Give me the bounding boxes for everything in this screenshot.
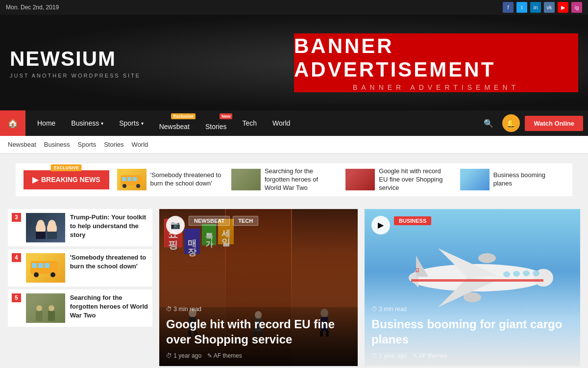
article-thumb-3 bbox=[26, 213, 65, 242]
nav-right-controls: 🔍 🔔 Watch Online bbox=[480, 114, 588, 132]
vk-icon[interactable]: vk bbox=[544, 2, 555, 13]
svg-rect-44 bbox=[411, 279, 543, 282]
twitter-icon[interactable]: t bbox=[516, 2, 527, 13]
tag-business: BUSINESS bbox=[394, 216, 431, 225]
article-list-item-3[interactable]: 3 Trump-Putin: Your toolkit to help unde… bbox=[8, 209, 152, 246]
svg-point-17 bbox=[50, 272, 55, 277]
breaking-news-text-3: Google hit with record EU fine over Shop… bbox=[379, 167, 450, 192]
youtube-icon[interactable]: ▶ bbox=[558, 2, 568, 13]
nav-item-business[interactable]: Business ▾ bbox=[64, 110, 110, 136]
tag-newsbeat: NEWSBEAT bbox=[189, 216, 230, 226]
header-banner: NEWSIUM JUST ANOTHER WORDPRESS SITE BANN… bbox=[0, 15, 588, 110]
nav-item-home[interactable]: Home bbox=[30, 110, 62, 136]
breaking-news-text-1: 'Somebody threatened to burn the school … bbox=[150, 171, 221, 188]
right-article-content: ⏱ 3 min read Business booming for giant … bbox=[365, 299, 580, 366]
svg-text:고: 고 bbox=[415, 267, 419, 273]
home-button[interactable]: 🏠 bbox=[0, 110, 25, 136]
article-thumb-5 bbox=[26, 293, 65, 323]
article-number-5: 5 bbox=[12, 293, 21, 302]
center-meta-author: ✎ AF themes bbox=[207, 352, 242, 359]
site-tagline: JUST ANOTHER WORDPRESS SITE bbox=[10, 73, 141, 79]
breadcrumb-newsbeat[interactable]: Newsbeat bbox=[8, 141, 36, 148]
stories-badge: New bbox=[220, 113, 233, 119]
breaking-thumb-4 bbox=[460, 169, 490, 190]
date-label: Mon. Dec 2nd, 2019 bbox=[6, 4, 59, 11]
right-article-tags: BUSINESS bbox=[394, 216, 431, 225]
article-thumb-4 bbox=[26, 253, 65, 283]
linkedin-icon[interactable]: in bbox=[530, 2, 541, 13]
right-article-title: Business booming for giant cargo planes bbox=[371, 316, 573, 347]
banner-ad-title: BANNER ADVERTISEMENT bbox=[294, 34, 578, 81]
svg-point-41 bbox=[513, 271, 520, 277]
breaking-news-bar: EXCLUSIVE ▶ BREAKING NEWS 'Somebody thre… bbox=[16, 163, 572, 196]
social-icons: f t in vk ▶ ig bbox=[503, 2, 582, 13]
breadcrumb-world[interactable]: World bbox=[132, 141, 148, 148]
facebook-icon[interactable]: f bbox=[503, 2, 514, 13]
svg-point-42 bbox=[523, 270, 530, 276]
right-meta-author: ✎ AF themes bbox=[413, 352, 447, 359]
breadcrumb-business[interactable]: Business bbox=[44, 141, 70, 148]
svg-rect-1 bbox=[122, 177, 126, 181]
banner-ad-subtitle: BANNER ADVERTISEMENT bbox=[353, 83, 519, 91]
breaking-thumb-3 bbox=[345, 169, 375, 190]
article-text-5: Searching for the forgotten heroes of Wo… bbox=[70, 293, 148, 320]
nav-item-tech[interactable]: Tech bbox=[235, 110, 264, 136]
notification-bell-button[interactable]: 🔔 bbox=[502, 114, 520, 132]
center-meta-time: ⏱ 1 year ago bbox=[166, 352, 201, 359]
breaking-news-item-1[interactable]: 'Somebody threatened to burn the school … bbox=[117, 167, 221, 192]
main-content: 3 Trump-Putin: Your toolkit to help unde… bbox=[0, 204, 588, 368]
svg-rect-19 bbox=[36, 311, 43, 321]
breaking-news-item-3[interactable]: Google hit with record EU fine over Shop… bbox=[345, 167, 450, 192]
breaking-news-item-4[interactable]: Business booming planes bbox=[460, 167, 564, 192]
breaking-thumb-1 bbox=[117, 169, 147, 190]
center-read-time: ⏱ 3 min read bbox=[166, 306, 351, 313]
svg-point-43 bbox=[533, 270, 539, 276]
nav-item-stories[interactable]: New Stories bbox=[198, 110, 234, 136]
instagram-icon[interactable]: ig bbox=[571, 2, 582, 13]
center-article-content: ⏱ 3 min read Google hit with record EU f… bbox=[159, 299, 358, 366]
svg-point-18 bbox=[36, 305, 42, 311]
breadcrumb-stories[interactable]: Stories bbox=[104, 141, 123, 148]
svg-rect-14 bbox=[38, 263, 43, 268]
article-text-4: 'Somebody threatened to burn the school … bbox=[70, 253, 148, 271]
articles-list: 3 Trump-Putin: Your toolkit to help unde… bbox=[8, 209, 152, 366]
svg-point-20 bbox=[49, 305, 54, 311]
article-list-item-4[interactable]: 4 'Somebody threatened to burn the schoo… bbox=[8, 249, 152, 287]
top-bar: Mon. Dec 2nd, 2019 f t in vk ▶ ig bbox=[0, 0, 588, 15]
svg-point-5 bbox=[136, 184, 140, 188]
breaking-thumb-2 bbox=[231, 169, 261, 190]
nav-item-world[interactable]: World bbox=[266, 110, 297, 136]
breaking-news-item-2[interactable]: Searching for the forgotten heroes of Wo… bbox=[231, 167, 336, 192]
right-meta-time: ⏱ 1 year ago bbox=[371, 352, 407, 359]
breaking-news-text-2: Searching for the forgotten heroes of Wo… bbox=[265, 167, 336, 192]
center-article-title: Google hit with record EU fine over Shop… bbox=[166, 316, 351, 347]
search-button[interactable]: 🔍 bbox=[480, 115, 497, 132]
banner-advertisement[interactable]: BANNER ADVERTISEMENT BANNER ADVERTISEMEN… bbox=[294, 33, 578, 92]
svg-point-10 bbox=[48, 220, 56, 230]
breaking-news-items: 'Somebody threatened to burn the school … bbox=[117, 167, 564, 192]
svg-point-46 bbox=[478, 253, 496, 263]
article-text-3: Trump-Putin: Your toolkit to help unders… bbox=[70, 213, 148, 240]
center-article-meta: ⏱ 1 year ago ✎ AF themes bbox=[166, 352, 351, 359]
nav-item-newsbeat[interactable]: Exclusive Newsbeat bbox=[152, 110, 196, 136]
center-article[interactable]: 쇼핑 매장 특가 세일 📷 NEWSBEAT TECH ⏱ 3 bbox=[159, 209, 358, 366]
site-title: NEWSIUM bbox=[10, 47, 141, 71]
svg-rect-21 bbox=[48, 311, 55, 321]
svg-point-7 bbox=[37, 220, 45, 230]
svg-rect-2 bbox=[127, 177, 131, 181]
svg-rect-15 bbox=[45, 263, 49, 268]
watch-online-button[interactable]: Watch Online bbox=[525, 116, 583, 131]
exclusive-tag: EXCLUSIVE bbox=[51, 164, 82, 171]
svg-point-4 bbox=[122, 184, 126, 188]
nav-item-sports[interactable]: Sports ▾ bbox=[112, 110, 150, 136]
tag-tech: TECH bbox=[233, 216, 258, 226]
center-article-tags: NEWSBEAT TECH bbox=[189, 216, 258, 226]
right-article[interactable]: 고 ▶ BUSINESS ⏱ 3 min read Business boomi… bbox=[365, 209, 580, 366]
article-list-item-5[interactable]: 5 Searching for the forgotten heroes of … bbox=[8, 289, 152, 327]
breadcrumb-sports[interactable]: Sports bbox=[78, 141, 97, 148]
right-article-media-icon: ▶ bbox=[371, 216, 390, 235]
nav-items: Home Business ▾ Sports ▾ Exclusive Newsb… bbox=[25, 110, 480, 136]
center-article-media-icon: 📷 bbox=[166, 216, 185, 235]
svg-point-16 bbox=[34, 272, 39, 277]
right-article-meta: ⏱ 1 year ago ✎ AF themes bbox=[371, 352, 573, 359]
